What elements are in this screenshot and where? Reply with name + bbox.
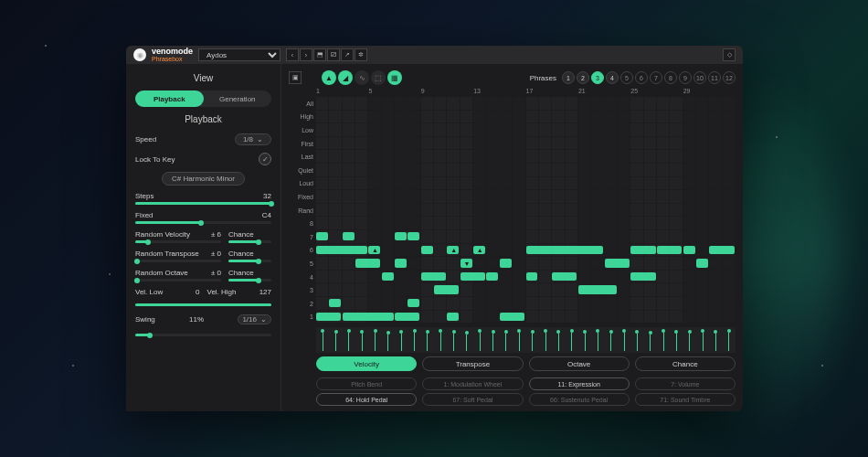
note[interactable] [395, 259, 407, 268]
velocity-bar[interactable] [316, 329, 329, 351]
view-mode-4[interactable]: ⬚ [371, 70, 386, 85]
phrase-2[interactable]: 2 [577, 71, 589, 84]
note[interactable] [434, 285, 459, 294]
randvel-chance-slider[interactable] [228, 240, 271, 243]
note[interactable] [486, 272, 498, 282]
velocity-bar[interactable] [709, 329, 722, 351]
randoct-chance-slider[interactable] [228, 279, 271, 282]
randvel-slider[interactable] [135, 240, 221, 243]
velocity-bar[interactable] [513, 329, 525, 351]
phrase-12[interactable]: 12 [723, 71, 736, 84]
note[interactable] [500, 313, 524, 322]
cc-button[interactable]: 7: Volume [635, 377, 736, 390]
note[interactable] [421, 272, 446, 282]
randtrans-slider[interactable] [135, 260, 221, 262]
note[interactable] [395, 313, 419, 322]
fixed-slider[interactable] [135, 221, 271, 224]
phrase-5[interactable]: 5 [620, 71, 633, 84]
velocity-bar[interactable] [723, 329, 736, 351]
note[interactable] [343, 313, 394, 322]
phrase-3[interactable]: 3 [591, 71, 604, 84]
note[interactable] [696, 259, 708, 268]
note[interactable] [329, 299, 341, 308]
note[interactable] [447, 313, 459, 322]
velocity-bar[interactable] [486, 329, 499, 351]
randtrans-chance-slider[interactable] [228, 260, 271, 262]
note[interactable] [630, 246, 655, 255]
randoct-slider[interactable] [135, 279, 221, 282]
velocity-bar[interactable] [552, 329, 565, 351]
phrase-7[interactable]: 7 [650, 71, 662, 84]
velocity-bar[interactable] [657, 329, 670, 351]
tab-generation[interactable]: Generation [204, 90, 272, 107]
phrase-4[interactable]: 4 [606, 71, 619, 84]
velocity-bar[interactable] [526, 329, 539, 351]
select-tool-icon[interactable]: ▣ [289, 71, 302, 84]
tab-playback[interactable]: Playback [135, 90, 204, 107]
note[interactable] [408, 299, 419, 308]
velocity-bar[interactable] [434, 329, 447, 351]
velocity-bar[interactable] [329, 329, 342, 351]
cc-button[interactable]: 66: Sustenuto Pedal [529, 393, 630, 406]
cc-button[interactable]: 64: Hold Pedal [316, 393, 417, 406]
velocity-bar[interactable] [500, 329, 513, 351]
note[interactable] [552, 272, 577, 282]
speed-dropdown[interactable]: 1/8⌄ [235, 133, 271, 145]
note[interactable] [421, 246, 433, 255]
phrase-8[interactable]: 8 [664, 71, 677, 84]
lock-checkbox[interactable]: ✓ [259, 153, 271, 165]
velocity-bar[interactable] [696, 329, 709, 351]
tab-octave[interactable]: Octave [529, 356, 630, 371]
note[interactable] [355, 259, 380, 268]
next-preset-button[interactable]: › [300, 48, 312, 61]
velocity-strip[interactable] [316, 327, 736, 353]
velocity-bar[interactable] [578, 329, 591, 351]
velocity-bar[interactable] [408, 329, 420, 351]
swing-rate-dropdown[interactable]: 1/16⌄ [238, 314, 271, 324]
velocity-bar[interactable] [473, 329, 486, 351]
velocity-bar[interactable] [382, 329, 395, 351]
velocity-bar[interactable] [447, 329, 460, 351]
random-button[interactable]: ⚂ [327, 48, 340, 61]
view-mode-1[interactable]: ▲ [322, 70, 336, 85]
cc-button[interactable]: 67: Soft Pedal [422, 393, 523, 406]
preset-select[interactable]: Aydos [198, 48, 281, 61]
phrase-1[interactable]: 1 [562, 71, 575, 84]
velocity-bar[interactable] [683, 329, 696, 351]
view-mode-3[interactable]: ∿ [355, 70, 369, 85]
velocity-bar[interactable] [368, 329, 381, 351]
phrase-10[interactable]: 10 [693, 71, 706, 84]
settings-button[interactable]: ✲ [355, 48, 367, 61]
velocity-bar[interactable] [460, 329, 473, 351]
note[interactable] [526, 246, 604, 255]
velocity-bar[interactable] [539, 329, 552, 351]
note[interactable] [605, 259, 630, 268]
phrase-11[interactable]: 11 [708, 71, 721, 84]
velocity-bar[interactable] [644, 329, 657, 351]
velocity-bar[interactable] [591, 329, 604, 351]
note[interactable] [460, 272, 485, 282]
velocity-bar[interactable] [618, 329, 630, 351]
velocity-bar[interactable] [355, 329, 368, 351]
view-mode-2[interactable]: ◢ [338, 70, 353, 85]
scale-select[interactable]: C# Harmonic Minor [162, 172, 245, 186]
note[interactable] [709, 246, 734, 255]
vel-range-slider[interactable] [135, 303, 271, 306]
velocity-bar[interactable] [395, 329, 408, 351]
cc-button[interactable]: 11: Expression [529, 377, 630, 390]
note[interactable] [683, 246, 695, 255]
cc-button[interactable]: 71: Sound Timbre [635, 393, 736, 406]
velocity-bar[interactable] [630, 329, 643, 351]
tab-chance[interactable]: Chance [635, 356, 736, 371]
tab-transpose[interactable]: Transpose [422, 356, 523, 371]
prev-preset-button[interactable]: ‹ [286, 48, 299, 61]
note[interactable] [408, 232, 419, 241]
note[interactable] [526, 272, 538, 282]
note[interactable] [395, 232, 407, 241]
note[interactable] [500, 259, 512, 268]
swing-slider[interactable] [135, 334, 271, 336]
note[interactable] [316, 232, 328, 241]
save-button[interactable]: ⬒ [313, 48, 326, 61]
link-button[interactable]: ↗ [341, 48, 354, 61]
note[interactable] [630, 272, 655, 282]
